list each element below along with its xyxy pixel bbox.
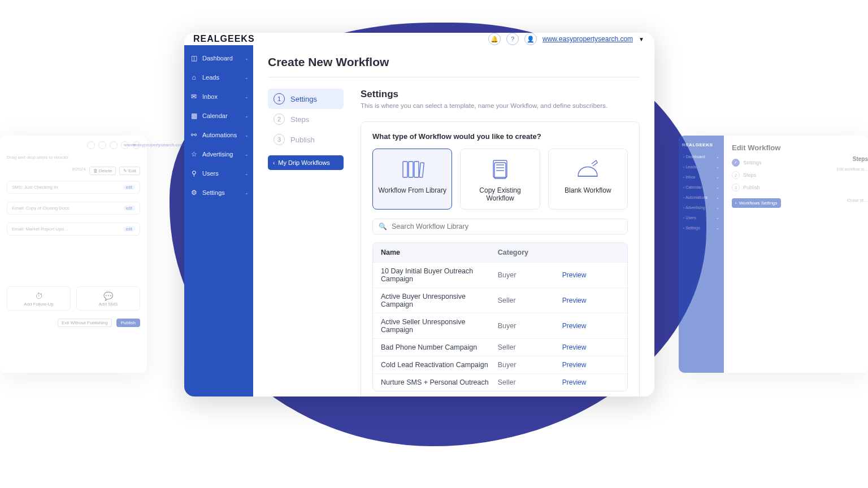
section-description: This is where you can select a template,…: [361, 102, 640, 109]
sidebar-item-advertising[interactable]: ☆Advertising⌄: [184, 145, 253, 164]
workflows-settings-back[interactable]: ‹ Workflows Settings: [732, 198, 781, 208]
table-row: 10 Day Initial Buyer Outreach CampaignBu…: [373, 262, 627, 287]
table-row: Cold Lead Reactivation CampaignBuyerPrev…: [373, 356, 627, 373]
chevron-down-icon: ⌄: [245, 133, 249, 138]
mini-sidebar-item[interactable]: ▫ Users⌄: [681, 213, 722, 223]
chevron-down-icon: ⌄: [245, 152, 249, 157]
mini-wizard-step[interactable]: 3Publish: [732, 184, 868, 191]
chevron-down-icon: ▾: [132, 141, 140, 149]
user-icon[interactable]: 👤: [524, 33, 537, 45]
chevron-down-icon: ⌄: [245, 190, 249, 195]
mini-wizard-step[interactable]: ✓Settings: [732, 159, 868, 167]
publish-button[interactable]: Publish: [116, 319, 140, 327]
mini-sidebar-item[interactable]: ▫ Calendar⌄: [681, 182, 722, 193]
preview-link[interactable]: Preview: [562, 297, 587, 304]
inbox-icon: ✉: [190, 93, 198, 101]
wizard-step-publish[interactable]: 3Publish: [268, 129, 344, 150]
mini-sidebar-item[interactable]: ▫ Inbox⌄: [681, 172, 722, 182]
type-icon: [377, 157, 447, 182]
back-to-workflows[interactable]: ‹ My Drip Workflows: [268, 155, 344, 170]
top-bar: REALGEEKS 🔔 ? 👤 www.easypropertysearch.c…: [184, 33, 654, 45]
wizard-step-steps[interactable]: 2Steps: [268, 109, 344, 129]
advertising-icon: ☆: [190, 150, 198, 158]
mini-sidebar-item[interactable]: ▫ Automations⌄: [681, 193, 722, 203]
mini-sidebar-item[interactable]: ▫ Leads⌄: [681, 162, 722, 172]
mini-sidebar-item[interactable]: ▫ Settings⌄: [681, 223, 722, 233]
chevron-down-icon: ⌄: [245, 114, 249, 119]
mini-wizard-step[interactable]: 2Steps: [732, 171, 868, 179]
background-card-right: REALGEEKS ▫ Dashboard⌄▫ Leads⌄▫ Inbox⌄▫ …: [679, 136, 868, 373]
mini-step[interactable]: Email: Market Report Upd…edit: [7, 223, 140, 236]
sidebar-item-dashboard[interactable]: ◫Dashboard⌄: [184, 49, 253, 68]
svg-rect-1: [409, 162, 413, 177]
sidebar-item-automations[interactable]: ⚯Automations⌄: [184, 125, 253, 145]
sidebar-item-users[interactable]: ⚲Users⌄: [184, 164, 253, 183]
leads-icon: ⌂: [190, 73, 198, 81]
preview-link[interactable]: Preview: [562, 322, 587, 330]
edit-workflow-title: Edit Workflow: [732, 143, 868, 152]
sidebar-item-calendar[interactable]: ▦Calendar⌄: [184, 106, 253, 125]
workflow-library-table: Name Category 10 Day Initial Buyer Outre…: [372, 242, 628, 391]
delete-button[interactable]: 🗑 Delete: [89, 167, 116, 175]
svg-rect-3: [419, 163, 424, 177]
mini-sidebar-item[interactable]: ▫ Advertising⌄: [681, 203, 722, 213]
chevron-down-icon: ⌄: [245, 75, 249, 80]
settings-panel: What type of Workflow would you like to …: [361, 121, 640, 396]
wizard-step-settings[interactable]: 1Settings: [268, 89, 344, 109]
svg-rect-0: [403, 162, 407, 177]
settings-icon: ⚙: [190, 189, 198, 197]
site-url-link[interactable]: www.easypropertysearch.com: [542, 35, 633, 43]
app-window: REALGEEKS 🔔 ? 👤 www.easypropertysearch.c…: [184, 33, 654, 396]
mini-sidebar-item[interactable]: ▫ Dashboard⌄: [681, 152, 722, 162]
edit-button[interactable]: ✎ Edit: [119, 167, 140, 175]
sidebar-item-settings[interactable]: ⚙Settings⌄: [184, 183, 253, 202]
exit-button[interactable]: Exit Without Publishing: [58, 319, 112, 327]
preview-link[interactable]: Preview: [562, 378, 587, 386]
preview-link[interactable]: Preview: [562, 343, 587, 351]
steps-col-sub: Edit workflow st…: [836, 167, 868, 171]
table-header: Name Category: [373, 243, 627, 262]
steps-col-close: Close st…: [847, 198, 868, 203]
svg-rect-2: [414, 162, 419, 177]
bell-icon[interactable]: 🔔: [488, 33, 501, 45]
workflow-type-question: What type of Workflow would you like to …: [372, 132, 628, 141]
add-followup-button[interactable]: ⏱Add Follow-Up: [7, 286, 71, 311]
brand-logo: REALGEEKS: [193, 34, 255, 44]
help-icon[interactable]: ?: [506, 33, 519, 45]
table-row: Nurture SMS + Personal OutreachSellerPre…: [373, 373, 627, 391]
users-icon: ⚲: [190, 169, 198, 177]
bell-icon: [87, 141, 95, 149]
table-row: Active Seller Unresponsive CampaignBuyer…: [373, 313, 627, 338]
type-icon: [465, 157, 535, 182]
search-icon: 🔍: [379, 223, 387, 230]
chevron-down-icon: ⌄: [245, 94, 249, 99]
background-card-left: www.easypropertysearch.com ▾ Drag and dr…: [0, 136, 147, 373]
preview-link[interactable]: Preview: [562, 271, 587, 279]
wizard-steps: 1Settings2Steps3Publish ‹ My Drip Workfl…: [268, 89, 344, 396]
automations-icon: ⚯: [190, 131, 198, 139]
type-icon: [553, 157, 623, 182]
steps-col-title: Steps: [853, 156, 868, 162]
chevron-down-icon[interactable]: ▼: [639, 36, 644, 42]
date-text: 9/2024: [72, 167, 85, 175]
search-bar: 🔍: [372, 219, 628, 234]
chevron-down-icon: ⌄: [245, 56, 249, 61]
dashboard-icon: ◫: [190, 54, 198, 62]
mini-step[interactable]: Email: Copy of Closing Docsedit: [7, 202, 140, 215]
hint-text: Drag and drop steps to reorder.: [7, 155, 140, 160]
add-sms-button[interactable]: 💬Add SMS: [76, 286, 140, 311]
chevron-left-icon: ‹: [273, 160, 275, 166]
search-input[interactable]: [392, 223, 622, 230]
workflow-type-card[interactable]: Copy Existing Workflow: [460, 149, 540, 210]
mini-step[interactable]: SMS: Just Checking Inedit: [7, 181, 140, 194]
page-title: Create New Workflow: [268, 55, 640, 69]
calendar-icon: ▦: [190, 112, 198, 120]
url-chip: www.easypropertysearch.com: [121, 141, 129, 149]
sidebar-item-leads[interactable]: ⌂Leads⌄: [184, 68, 253, 87]
preview-link[interactable]: Preview: [562, 361, 587, 369]
user-icon: [110, 141, 118, 149]
workflow-type-card[interactable]: Blank Workflow: [548, 149, 628, 210]
sidebar-item-inbox[interactable]: ✉Inbox⌄: [184, 87, 253, 106]
sidebar: ◫Dashboard⌄⌂Leads⌄✉Inbox⌄▦Calendar⌄⚯Auto…: [184, 45, 253, 396]
workflow-type-card[interactable]: Workflow From Library: [372, 149, 452, 210]
